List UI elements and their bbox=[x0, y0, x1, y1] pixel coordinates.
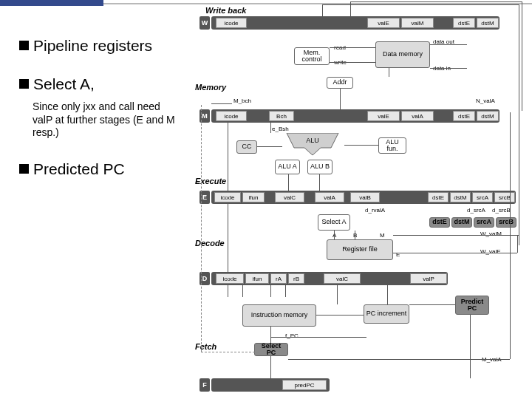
wire bbox=[430, 44, 467, 45]
wire bbox=[288, 174, 289, 191]
d-cell: icode bbox=[216, 273, 244, 284]
wire bbox=[350, 1, 522, 2]
block-select-pc: Select PC bbox=[254, 343, 288, 356]
e-dark-cell: dstE bbox=[429, 217, 450, 228]
d-cell: rB bbox=[288, 273, 304, 284]
e-dark-row: dstE dstM srcA srcB bbox=[429, 217, 517, 228]
wire bbox=[350, 1, 351, 16]
w-cell: valE bbox=[367, 18, 400, 28]
bullet-pipeline-registers: Pipeline registers bbox=[19, 37, 182, 55]
e-dark-cell: srcA bbox=[474, 217, 494, 228]
reg-letter-f: F bbox=[200, 378, 210, 392]
e-cell: valA bbox=[315, 192, 344, 202]
signal-e-bch: e_Bsh bbox=[272, 126, 289, 132]
bullet-select-a: Select A, bbox=[19, 75, 182, 93]
w-cell: valM bbox=[401, 18, 434, 28]
pipeline-register-e: E icode ifun valC valA valB dstE dstM sr… bbox=[211, 191, 516, 204]
wire bbox=[330, 47, 375, 48]
block-alu-b: ALU B bbox=[307, 160, 332, 174]
block-register-file: Register file bbox=[327, 239, 393, 260]
m-cell: valE bbox=[367, 111, 400, 121]
wire bbox=[344, 145, 378, 146]
wire bbox=[228, 204, 228, 272]
wire bbox=[519, 4, 519, 245]
wire bbox=[270, 337, 366, 338]
left-panel: Pipeline registers Select A, Since only … bbox=[19, 37, 182, 199]
signal-d-srcb: d_srcB bbox=[492, 207, 511, 214]
signal-w-vale: W_valE bbox=[480, 248, 501, 255]
wire bbox=[517, 235, 518, 253]
e-cell: dstM bbox=[450, 192, 471, 202]
wire bbox=[522, 1, 522, 111]
w-cell: dstM bbox=[477, 18, 499, 28]
pipeline-register-d: D icode ifun rA rB valC valP bbox=[211, 272, 448, 285]
signal-w-valm: W_valM bbox=[480, 231, 502, 237]
reg-letter-w: W bbox=[200, 16, 210, 30]
e-cell: srcA bbox=[472, 192, 493, 202]
bullet-square-icon bbox=[19, 41, 29, 50]
bullet-predicted-pc: Predicted PC bbox=[19, 160, 182, 178]
wire bbox=[389, 68, 389, 77]
pipeline-diagram: Write back Memory Execute Decode Fetch W… bbox=[189, 9, 528, 395]
wire bbox=[330, 62, 375, 63]
bullet-text: Predicted PC bbox=[33, 160, 125, 178]
d-cell: valC bbox=[324, 273, 361, 284]
wire bbox=[322, 4, 519, 5]
stage-label-execute: Execute bbox=[195, 177, 226, 185]
block-addr: Addr bbox=[327, 77, 353, 89]
signal-d-srca: d_srcA bbox=[467, 207, 485, 214]
block-cc: CC bbox=[236, 140, 257, 154]
w-cell: dstE bbox=[453, 18, 475, 28]
m-cell: icode bbox=[216, 111, 247, 121]
wire bbox=[228, 285, 228, 297]
dashed-guide bbox=[201, 105, 207, 352]
d-cell: valP bbox=[410, 273, 447, 284]
bullet-text: Select A, bbox=[33, 75, 95, 93]
wire bbox=[270, 123, 271, 133]
f-cell: predPC bbox=[282, 380, 327, 390]
e-cell: valC bbox=[275, 192, 304, 202]
e-cell: valB bbox=[350, 192, 380, 202]
wire bbox=[387, 285, 388, 304]
stage-label-decode: Decode bbox=[195, 239, 225, 248]
wire bbox=[340, 89, 341, 109]
block-pc-increment: PC increment bbox=[364, 304, 409, 324]
m-cell: valA bbox=[401, 111, 434, 121]
wire bbox=[355, 231, 355, 239]
block-instruction-memory: Instruction memory bbox=[242, 304, 316, 327]
stage-label-memory: Memory bbox=[195, 83, 226, 92]
block-alu: ALU bbox=[281, 133, 344, 161]
wire bbox=[409, 304, 455, 305]
d-cell: rA bbox=[270, 273, 287, 284]
wire bbox=[270, 327, 271, 343]
m-cell: dstM bbox=[477, 111, 499, 121]
pipeline-register-m: M icode Bch valE valA dstE dstM bbox=[211, 109, 499, 123]
e-dark-cell: dstM bbox=[451, 217, 472, 228]
w-cell: icode bbox=[216, 18, 247, 28]
wire bbox=[334, 231, 335, 239]
wire bbox=[393, 235, 519, 236]
wire bbox=[430, 68, 467, 69]
wire bbox=[211, 103, 232, 104]
e-cell: ifun bbox=[242, 192, 265, 202]
wire bbox=[337, 285, 338, 304]
wire bbox=[285, 285, 286, 297]
m-cell: dstE bbox=[453, 111, 475, 121]
e-cell: dstE bbox=[428, 192, 449, 202]
signal-f-pc: f_PC bbox=[285, 332, 299, 339]
wire bbox=[319, 174, 320, 191]
bullet-square-icon bbox=[19, 79, 29, 89]
wire bbox=[288, 359, 510, 360]
rf-port-m: M bbox=[380, 232, 385, 239]
bullet-text: Pipeline registers bbox=[33, 37, 152, 55]
e-dark-cell: srcB bbox=[496, 217, 516, 228]
signal-d-rvala: d_rvalA bbox=[365, 207, 385, 214]
block-data-memory: Data memory bbox=[375, 41, 430, 68]
bullet-square-icon bbox=[19, 164, 29, 174]
wire bbox=[316, 315, 364, 316]
e-cell: srcB bbox=[494, 192, 515, 202]
wire bbox=[270, 356, 271, 378]
block-mem-control: Mem. control bbox=[294, 47, 330, 65]
wire bbox=[322, 4, 323, 16]
stage-label-writeback: Write back bbox=[205, 6, 246, 15]
